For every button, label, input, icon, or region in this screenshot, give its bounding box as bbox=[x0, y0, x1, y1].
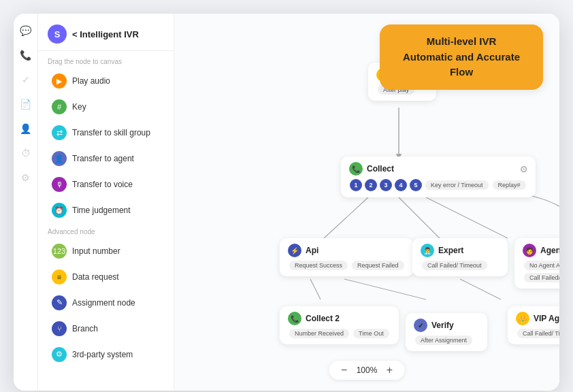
clock-icon[interactable]: ⏱ bbox=[18, 146, 33, 161]
transfer-agent-icon: 👤 bbox=[52, 151, 67, 166]
collect-tag-error: Key error / Timeout bbox=[425, 180, 489, 190]
agent-tag-failed: Call Failed/Timeout bbox=[524, 273, 559, 282]
data-request-label: Data request bbox=[72, 272, 119, 282]
collect2-node-icon: 📞 bbox=[288, 312, 301, 325]
verify-node-icon: ✓ bbox=[414, 318, 427, 332]
callout-box: Multi-level IVR Automatic and Accurate F… bbox=[380, 24, 543, 90]
data-request-icon: ≡ bbox=[52, 270, 67, 284]
nav-assignment-node[interactable]: ✎ Assignment node bbox=[42, 291, 169, 315]
collect2-tag-timeout: Time Out bbox=[353, 329, 389, 338]
zoom-level: 100% bbox=[357, 365, 378, 375]
nav-3rd-party[interactable]: ⚙ 3rd-party system bbox=[42, 342, 169, 367]
sidebar: S < Intelligent IVR Drag the node to can… bbox=[38, 14, 174, 391]
collect2-tag-received: Number Received bbox=[289, 329, 349, 338]
3rd-party-label: 3rd-party system bbox=[72, 350, 133, 359]
branch-label: Branch bbox=[72, 324, 98, 333]
collect-tag-replay: Replay# bbox=[493, 180, 526, 190]
expert-tag: Call Failed/ Timeout bbox=[422, 261, 487, 270]
vertical-sidebar: 💬 📞 ✓ 📄 👤 ⏱ ⚙ bbox=[14, 14, 38, 391]
key-icon: # bbox=[52, 99, 67, 114]
zoom-bar: − 100% + bbox=[329, 361, 405, 380]
collect-num-3: 3 bbox=[380, 179, 392, 191]
chat-icon[interactable]: 💬 bbox=[18, 23, 33, 38]
transfer-voice-icon: 🎙 bbox=[52, 177, 67, 192]
api-node-icon: ⚡ bbox=[288, 244, 301, 257]
collect-title: Collect bbox=[367, 164, 394, 174]
expert-node[interactable]: 👨‍💼 Expert Call Failed/ Timeout bbox=[412, 238, 508, 276]
nav-transfer-voice[interactable]: 🎙 Transfer to voice bbox=[42, 172, 169, 197]
verify-tag: After Assignment bbox=[415, 336, 472, 345]
agent-title: Agent bbox=[540, 246, 559, 255]
nav-transfer-agent[interactable]: 👤 Transfer to agent bbox=[42, 146, 169, 171]
check-icon[interactable]: ✓ bbox=[18, 72, 33, 87]
transfer-skill-label: Transfer to skill group bbox=[72, 128, 150, 137]
basic-nodes-list: ▶ Play audio # Key ⇄ Transfer to skill g… bbox=[38, 68, 174, 221]
vipagent-tag: Call Failed/ Timeout bbox=[517, 329, 559, 338]
collect2-title: Collect 2 bbox=[306, 314, 340, 323]
nav-play-audio[interactable]: ▶ Play audio bbox=[42, 69, 169, 93]
vipagent-node[interactable]: 👑 VIP Agent Call Failed/ Timeout bbox=[508, 306, 559, 344]
advanced-label: Advanced node bbox=[38, 221, 174, 238]
api-node[interactable]: ⚡ Api Request Success Request Failed bbox=[280, 238, 414, 276]
nav-input-number[interactable]: 123 Input number bbox=[42, 239, 169, 263]
zoom-out-button[interactable]: − bbox=[338, 363, 351, 377]
vipagent-node-icon: 👑 bbox=[516, 312, 529, 325]
agent-tag-noagent: No Agent Available bbox=[524, 261, 559, 270]
avatar: S bbox=[48, 24, 67, 44]
verify-node[interactable]: ✓ Verify After Assignment bbox=[406, 313, 487, 351]
collect-num-1: 1 bbox=[350, 179, 362, 191]
collect-node-icon: 📞 bbox=[349, 162, 363, 176]
key-label: Key bbox=[72, 102, 86, 112]
api-title: Api bbox=[306, 246, 318, 255]
collect-num-2: 2 bbox=[365, 179, 377, 191]
transfer-agent-label: Transfer to agent bbox=[72, 154, 134, 163]
callout-line1: Multi-level IVR bbox=[395, 34, 528, 50]
play-audio-icon: ▶ bbox=[52, 74, 67, 88]
back-button[interactable]: < Intelligent IVR bbox=[72, 29, 139, 39]
3rd-party-icon: ⚙ bbox=[52, 347, 67, 362]
advanced-nodes-list: 123 Input number ≡ Data request ✎ Assign… bbox=[38, 238, 174, 391]
main-canvas: Multi-level IVR Automatic and Accurate F… bbox=[174, 14, 559, 391]
nav-transfer-skill[interactable]: ⇄ Transfer to skill group bbox=[42, 120, 169, 145]
collect-num-4: 4 bbox=[395, 179, 407, 191]
collect-num-5: 5 bbox=[410, 179, 422, 191]
expert-node-icon: 👨‍💼 bbox=[421, 244, 434, 257]
nav-key[interactable]: # Key bbox=[42, 95, 169, 119]
settings-icon[interactable]: ⚙ bbox=[18, 170, 33, 185]
collect-settings-icon[interactable]: ⊙ bbox=[520, 164, 527, 174]
play-audio-label: Play audio bbox=[72, 76, 110, 86]
nav-branch[interactable]: ⑂ Branch bbox=[42, 316, 169, 341]
person-icon[interactable]: 👤 bbox=[18, 121, 33, 136]
input-number-label: Input number bbox=[72, 246, 120, 256]
nav-time-judgement[interactable]: ⏰ Time judgement bbox=[42, 198, 169, 221]
back-label: < Intelligent IVR bbox=[72, 29, 139, 39]
verify-title: Verify bbox=[431, 321, 454, 330]
sidebar-header: S < Intelligent IVR bbox=[38, 14, 174, 51]
expert-title: Expert bbox=[438, 246, 463, 255]
drag-label: Drag the node to canvas bbox=[38, 51, 174, 68]
branch-icon: ⑂ bbox=[52, 321, 67, 336]
agent-node[interactable]: 🧑 Agent No Agent Available In Queue Call… bbox=[514, 238, 559, 289]
agent-node-icon: 🧑 bbox=[523, 244, 536, 257]
transfer-skill-icon: ⇄ bbox=[52, 125, 67, 140]
time-judgement-label: Time judgement bbox=[72, 206, 131, 215]
nav-data-request[interactable]: ≡ Data request bbox=[42, 265, 169, 289]
document-icon[interactable]: 📄 bbox=[18, 97, 33, 112]
transfer-voice-label: Transfer to voice bbox=[72, 180, 133, 189]
app-container: 💬 📞 ✓ 📄 👤 ⏱ ⚙ S < Intelligent IVR Drag t… bbox=[14, 14, 559, 391]
time-judgement-icon: ⏰ bbox=[52, 203, 67, 218]
zoom-in-button[interactable]: + bbox=[382, 363, 396, 377]
assignment-node-icon: ✎ bbox=[52, 295, 67, 310]
input-number-icon: 123 bbox=[52, 244, 67, 259]
api-tag-success: Request Success bbox=[289, 261, 348, 270]
api-tag-failed: Request Failed bbox=[352, 261, 404, 270]
collect2-node[interactable]: 📞 Collect 2 Number Received Time Out bbox=[280, 306, 399, 344]
assignment-node-label: Assignment node bbox=[72, 298, 135, 308]
phone-icon[interactable]: 📞 bbox=[18, 48, 33, 63]
collect-node[interactable]: 📞 Collect ⊙ 1 2 3 4 5 Key error / Timeou… bbox=[341, 157, 536, 197]
vipagent-title: VIP Agent bbox=[534, 314, 559, 323]
callout-line2: Automatic and Accurate Flow bbox=[395, 50, 528, 80]
